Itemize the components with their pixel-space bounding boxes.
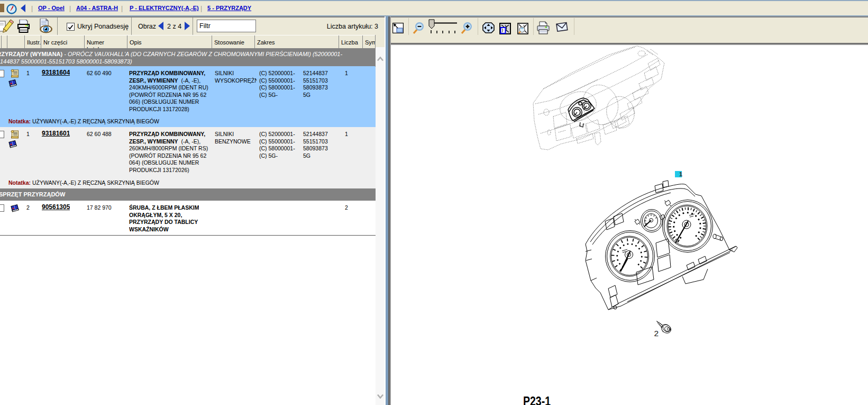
svg-text:2: 2 (654, 329, 659, 338)
svg-text:P23-1: P23-1 (523, 394, 551, 405)
svg-text:1: 1 (679, 171, 682, 177)
